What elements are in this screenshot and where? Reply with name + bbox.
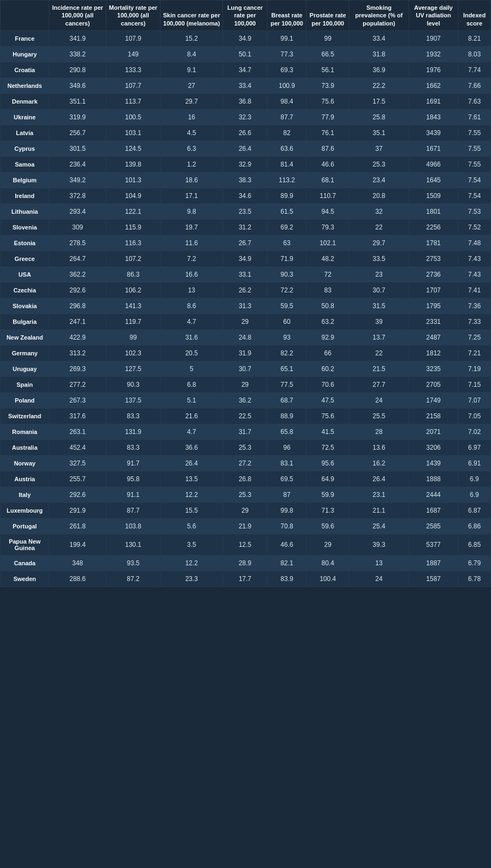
cell-21-8: 3235: [409, 361, 458, 376]
cell-28-7: 26.4: [349, 471, 409, 487]
cell-0-5: 99.1: [267, 30, 307, 46]
cell-7-9: 7.55: [458, 141, 490, 156]
cell-34-9: 6.78: [458, 571, 490, 586]
cell-4-8: 1691: [409, 93, 458, 109]
cell-18-6: 63.2: [307, 314, 349, 329]
cell-30-7: 21.1: [349, 502, 409, 518]
cell-28-1: 255.7: [49, 471, 106, 487]
country-name: France: [1, 30, 49, 46]
cell-9-4: 38.3: [223, 172, 267, 188]
cell-16-9: 7.41: [458, 282, 490, 298]
col-header-3: Skin cancer rate per 100,000 (melanoma): [161, 1, 223, 31]
table-row: Slovenia309115.919.731.269.279.32222567.…: [1, 219, 491, 235]
table-row: Romania263.1131.94.731.765.841.52820717.…: [1, 424, 491, 439]
cell-34-7: 24: [349, 571, 409, 586]
cell-4-4: 36.8: [223, 93, 267, 109]
cell-30-2: 87.7: [106, 502, 160, 518]
cell-13-6: 102.1: [307, 235, 349, 251]
cell-34-1: 288.6: [49, 571, 106, 586]
country-name: Italy: [1, 487, 49, 502]
table-row: Australia452.483.336.625.39672.513.63206…: [1, 439, 491, 455]
cell-5-1: 319.9: [49, 109, 106, 125]
cell-17-7: 31.5: [349, 298, 409, 314]
cell-20-7: 22: [349, 345, 409, 361]
table-row: Latvia256.7103.14.526.68276.135.134397.5…: [1, 125, 491, 141]
cell-33-8: 1887: [409, 555, 458, 571]
cell-1-4: 50.1: [223, 46, 267, 62]
cell-23-1: 267.3: [49, 392, 106, 408]
cell-26-9: 6.97: [458, 439, 490, 455]
cell-3-2: 107.7: [106, 78, 160, 93]
cell-2-2: 133.3: [106, 62, 160, 78]
cell-17-2: 141.3: [106, 298, 160, 314]
country-name: Latvia: [1, 125, 49, 141]
cell-32-1: 199.4: [49, 534, 106, 555]
cell-3-9: 7.66: [458, 78, 490, 93]
country-name: Cyprus: [1, 141, 49, 156]
cell-24-8: 2158: [409, 408, 458, 424]
cell-16-5: 72.2: [267, 282, 307, 298]
cell-25-3: 4.7: [161, 424, 223, 439]
cell-31-3: 5.6: [161, 518, 223, 534]
country-name: Spain: [1, 376, 49, 392]
cell-12-2: 115.9: [106, 219, 160, 235]
cell-15-5: 90.3: [267, 266, 307, 282]
cell-21-9: 7.19: [458, 361, 490, 376]
cell-6-7: 35.1: [349, 125, 409, 141]
cell-4-5: 98.4: [267, 93, 307, 109]
cell-14-1: 264.7: [49, 251, 106, 266]
cell-4-9: 7.63: [458, 93, 490, 109]
country-name: Bulgaria: [1, 314, 49, 329]
cell-18-4: 29: [223, 314, 267, 329]
cell-29-1: 292.6: [49, 487, 106, 502]
cell-5-4: 32.3: [223, 109, 267, 125]
table-row: Switzerland317.683.321.622.588.975.625.5…: [1, 408, 491, 424]
cell-25-7: 28: [349, 424, 409, 439]
cell-26-5: 96: [267, 439, 307, 455]
col-header-6: Prostate rate per 100,000: [307, 1, 349, 31]
cell-10-6: 110.7: [307, 188, 349, 203]
table-row: Czechia292.6106.21326.272.28330.717077.4…: [1, 282, 491, 298]
cell-20-2: 102.3: [106, 345, 160, 361]
cell-8-9: 7.55: [458, 156, 490, 172]
cell-0-7: 33.4: [349, 30, 409, 46]
country-name: Ireland: [1, 188, 49, 203]
cell-12-9: 7.52: [458, 219, 490, 235]
cell-8-5: 81.4: [267, 156, 307, 172]
cell-24-7: 25.5: [349, 408, 409, 424]
cell-32-8: 5377: [409, 534, 458, 555]
cell-7-6: 87.6: [307, 141, 349, 156]
cell-24-4: 22.5: [223, 408, 267, 424]
cell-33-4: 28.9: [223, 555, 267, 571]
cell-1-2: 149: [106, 46, 160, 62]
cell-26-1: 452.4: [49, 439, 106, 455]
cell-31-5: 70.8: [267, 518, 307, 534]
cell-0-4: 34.9: [223, 30, 267, 46]
cell-26-7: 13.6: [349, 439, 409, 455]
cell-28-9: 6.9: [458, 471, 490, 487]
cell-3-1: 349.6: [49, 78, 106, 93]
cell-14-7: 33.5: [349, 251, 409, 266]
cell-10-3: 17.1: [161, 188, 223, 203]
col-header-9: Indexed score: [458, 1, 490, 31]
cell-15-1: 362.2: [49, 266, 106, 282]
cell-32-2: 130.1: [106, 534, 160, 555]
cell-9-5: 113.2: [267, 172, 307, 188]
cell-1-7: 31.8: [349, 46, 409, 62]
cell-30-3: 15.5: [161, 502, 223, 518]
country-name: USA: [1, 266, 49, 282]
cell-25-2: 131.9: [106, 424, 160, 439]
cell-9-8: 1645: [409, 172, 458, 188]
cell-13-7: 29.7: [349, 235, 409, 251]
cell-18-8: 2331: [409, 314, 458, 329]
cell-0-2: 107.9: [106, 30, 160, 46]
cell-17-5: 59.5: [267, 298, 307, 314]
country-name: Uruguay: [1, 361, 49, 376]
cell-25-5: 65.8: [267, 424, 307, 439]
cell-33-6: 80.4: [307, 555, 349, 571]
table-row: Portugal261.8103.85.621.970.859.625.4258…: [1, 518, 491, 534]
cell-29-2: 91.1: [106, 487, 160, 502]
cell-13-3: 11.6: [161, 235, 223, 251]
cell-20-3: 20.5: [161, 345, 223, 361]
cell-1-1: 338.2: [49, 46, 106, 62]
